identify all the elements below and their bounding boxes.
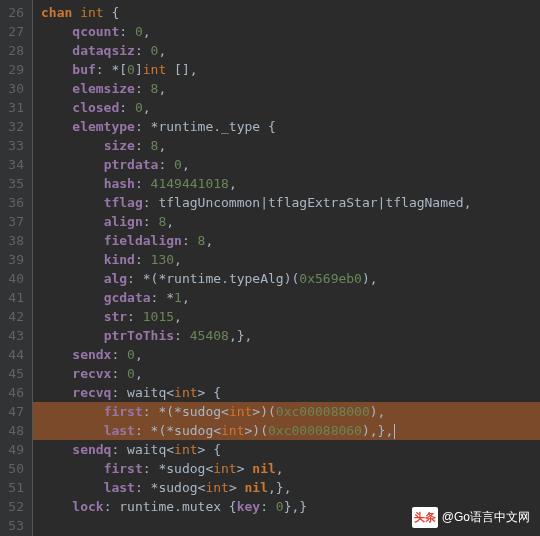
token-num: 0 (174, 157, 182, 172)
line-number: 47 (4, 402, 24, 421)
line-number: 50 (4, 459, 24, 478)
token-punc: : (104, 499, 120, 514)
token-punc: : (174, 328, 190, 343)
code-line[interactable]: tflag: tflagUncommon|tflagExtraStar|tfla… (33, 193, 540, 212)
code-line[interactable]: align: 8, (33, 212, 540, 231)
code-line[interactable]: alg: *(*runtime.typeAlg)(0x569eb0), (33, 269, 540, 288)
code-line[interactable]: first: *(*sudog<int>)(0xc000088000), (33, 402, 540, 421)
code-line[interactable]: gcdata: *1, (33, 288, 540, 307)
token-type: int (213, 461, 236, 476)
code-line[interactable]: fieldalign: 8, (33, 231, 540, 250)
token-id: sudog (182, 404, 221, 419)
code-line[interactable]: elemsize: 8, (33, 79, 540, 98)
token-type: int (174, 442, 197, 457)
token-punc: < (213, 423, 221, 438)
code-line[interactable]: dataqsiz: 0, (33, 41, 540, 60)
token-punc: < (166, 442, 174, 457)
token-field: lock (72, 499, 103, 514)
token-field: kind (104, 252, 135, 267)
token-punc: ,}, (229, 328, 252, 343)
line-number: 26 (4, 3, 24, 22)
line-number-gutter: 2627282930313233343536373839404142434445… (0, 0, 32, 536)
code-line[interactable]: ptrToThis: 45408,}, (33, 326, 540, 345)
token-punc: >)( (252, 404, 275, 419)
code-line[interactable]: qcount: 0, (33, 22, 540, 41)
token-punc: , (158, 43, 166, 58)
token-punc: : (135, 81, 151, 96)
token-punc: ),}, (362, 423, 393, 438)
token-punc: , (174, 309, 182, 324)
code-area[interactable]: chan int { qcount: 0, dataqsiz: 0, buf: … (32, 0, 540, 536)
token-num: 1015 (143, 309, 174, 324)
code-line[interactable]: chan int { (33, 3, 540, 22)
code-line[interactable]: size: 8, (33, 136, 540, 155)
code-line[interactable]: first: *sudog<int> nil, (33, 459, 540, 478)
token-type: int (143, 62, 166, 77)
token-field: gcdata (104, 290, 151, 305)
token-punc: { (221, 499, 237, 514)
token-punc: > { (198, 442, 221, 457)
token-field: fieldalign (104, 233, 182, 248)
token-punc: : (127, 309, 143, 324)
code-line[interactable]: str: 1015, (33, 307, 540, 326)
token-num: 0 (276, 499, 284, 514)
token-field: first (104, 461, 143, 476)
token-punc: . (174, 499, 182, 514)
token-punc: : (111, 366, 127, 381)
token-punc: , (158, 81, 166, 96)
code-line[interactable]: sendx: 0, (33, 345, 540, 364)
token-punc: : (135, 43, 151, 58)
token-id: waitq (127, 442, 166, 457)
token-punc: : *(* (143, 404, 182, 419)
code-line[interactable]: kind: 130, (33, 250, 540, 269)
token-type: int (221, 423, 244, 438)
token-num: 1 (174, 290, 182, 305)
token-num: 0 (127, 366, 135, 381)
token-punc: : (111, 347, 127, 362)
line-number: 39 (4, 250, 24, 269)
token-punc: < (221, 404, 229, 419)
line-number: 30 (4, 79, 24, 98)
token-punc: : (111, 385, 127, 400)
code-line[interactable]: last: *sudog<int> nil,}, (33, 478, 540, 497)
token-punc: : *[ (96, 62, 127, 77)
token-punc: ] (135, 62, 143, 77)
token-id: sudog (166, 461, 205, 476)
token-punc: > { (198, 385, 221, 400)
code-line[interactable]: elemtype: *runtime._type { (33, 117, 540, 136)
token-punc: : *(* (127, 271, 166, 286)
token-type: int (80, 5, 103, 20)
code-line[interactable]: recvx: 0, (33, 364, 540, 383)
token-id: runtime (158, 119, 213, 134)
code-line[interactable]: hash: 4149441018, (33, 174, 540, 193)
line-number: 44 (4, 345, 24, 364)
token-num: 0x569eb0 (299, 271, 362, 286)
line-number: 32 (4, 117, 24, 136)
token-punc: > (237, 461, 253, 476)
token-punc: : (119, 100, 135, 115)
token-punc: : *(* (135, 423, 174, 438)
line-number: 43 (4, 326, 24, 345)
token-field: align (104, 214, 143, 229)
code-line[interactable]: buf: *[0]int [], (33, 60, 540, 79)
code-line[interactable]: ptrdata: 0, (33, 155, 540, 174)
line-number: 37 (4, 212, 24, 231)
token-punc: [], (166, 62, 197, 77)
token-num: 130 (151, 252, 174, 267)
token-id: tflagExtraStar (268, 195, 378, 210)
token-punc: : (135, 252, 151, 267)
code-line[interactable]: recvq: waitq<int> { (33, 383, 540, 402)
code-line[interactable]: last: *(*sudog<int>)(0xc000088060),}, (33, 421, 540, 440)
watermark-text: @Go语言中文网 (442, 508, 530, 527)
token-field: elemsize (72, 81, 135, 96)
token-num: 0 (127, 347, 135, 362)
token-punc: : * (151, 290, 174, 305)
token-punc: ,}, (268, 480, 291, 495)
line-number: 49 (4, 440, 24, 459)
code-line[interactable]: sendq: waitq<int> { (33, 440, 540, 459)
token-field: str (104, 309, 127, 324)
token-field: last (104, 480, 135, 495)
code-line[interactable]: closed: 0, (33, 98, 540, 117)
token-punc: , (182, 157, 190, 172)
token-kw: nil (252, 461, 275, 476)
